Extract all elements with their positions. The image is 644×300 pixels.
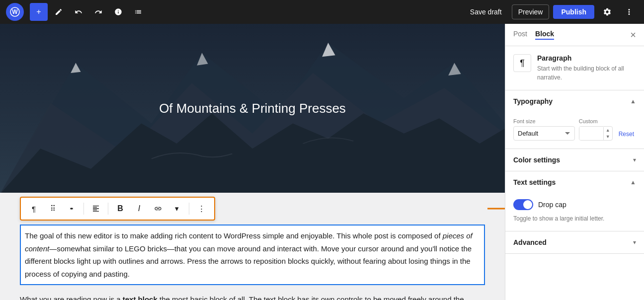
list-view-button[interactable] (129, 3, 147, 21)
toolbar-divider-3 (189, 203, 189, 215)
sidebar: Post Block × ¶ Paragraph Start with the … (505, 24, 644, 300)
toolbar-divider-1 (83, 203, 84, 215)
drop-cap-row: Drop cap (513, 199, 636, 210)
typography-title: Typography (513, 97, 553, 105)
info-button[interactable] (109, 3, 127, 21)
top-toolbar: W + Save draft Preview Publish (0, 0, 644, 24)
post-tab[interactable]: Post (513, 30, 527, 40)
typography-section-header[interactable]: Typography ▲ (505, 90, 644, 112)
custom-number-input: ▲ ▼ (579, 126, 613, 141)
toolbar-left: W + (6, 3, 147, 21)
custom-number-field[interactable] (579, 127, 603, 140)
main-layout: Of Mountains & Printing Presses ¶ ⠿ B I (0, 24, 644, 300)
align-button[interactable] (87, 200, 105, 218)
color-settings-chevron-icon: ▾ (633, 156, 636, 163)
color-settings-title: Color settings (513, 156, 560, 164)
typography-chevron-icon: ▲ (630, 98, 636, 105)
sidebar-tabs: Post Block (513, 30, 554, 40)
block-tab[interactable]: Block (535, 30, 554, 40)
more-options-button[interactable] (620, 3, 638, 21)
drop-cap-label: Drop cap (538, 201, 566, 209)
save-draft-button[interactable]: Save draft (464, 5, 508, 19)
selected-paragraph-block[interactable]: The goal of this new editor is to make a… (20, 225, 485, 285)
block-name: Paragraph (537, 54, 636, 62)
font-size-group: Font size Default (513, 118, 575, 141)
advanced-section-header[interactable]: Advanced ▾ (505, 231, 644, 253)
text-settings-chevron-icon: ▲ (630, 179, 636, 186)
redo-button[interactable] (89, 3, 107, 21)
color-settings-section: Color settings ▾ (505, 149, 644, 171)
hero-image-block[interactable]: Of Mountains & Printing Presses (0, 24, 505, 193)
text-settings-header[interactable]: Text settings ▲ (505, 171, 644, 193)
undo-button[interactable] (70, 3, 87, 21)
font-size-row: Font size Default Custom ▲ ▼ (513, 118, 636, 141)
drag-handle-button[interactable]: ⠿ (44, 200, 62, 218)
block-info-text: Paragraph Start with the building block … (537, 54, 636, 82)
custom-number-spinners: ▲ ▼ (603, 127, 612, 140)
move-up-down-button[interactable] (63, 200, 80, 218)
font-size-label: Font size (513, 118, 575, 124)
svg-text:W: W (12, 8, 18, 15)
text-settings-content: Drop cap Toggle to show a large initial … (505, 193, 644, 231)
edit-button[interactable] (50, 3, 68, 21)
link-button[interactable] (149, 200, 167, 218)
bold-button[interactable]: B (111, 200, 129, 218)
more-rich-text-button[interactable]: ▾ (168, 200, 186, 218)
wp-logo[interactable]: W (6, 3, 24, 21)
typography-section: Typography ▲ Font size Default Custom (505, 90, 644, 149)
reset-button[interactable]: Reset (617, 128, 636, 141)
arrow-indicator (485, 201, 505, 216)
color-settings-header[interactable]: Color settings ▾ (505, 149, 644, 171)
advanced-section: Advanced ▾ (505, 231, 644, 254)
paragraph-text: The goal of this new editor is to make a… (25, 231, 473, 278)
block-toolbar: ¶ ⠿ B I ▾ ⋮ (20, 197, 215, 221)
block-toolbar-container: ¶ ⠿ B I ▾ ⋮ (0, 197, 505, 221)
sidebar-close-button[interactable]: × (630, 30, 636, 40)
custom-label: Custom (579, 118, 613, 124)
hero-title: Of Mountains & Printing Presses (159, 101, 346, 116)
italic-button[interactable]: I (130, 200, 148, 218)
font-size-select[interactable]: Default (513, 126, 575, 141)
editor-area[interactable]: Of Mountains & Printing Presses ¶ ⠿ B I (0, 24, 505, 300)
paragraph-type-button[interactable]: ¶ (25, 200, 43, 218)
spinner-down-button[interactable]: ▼ (604, 134, 612, 140)
regular-paragraph-block[interactable]: What you are reading now is a text block… (20, 293, 485, 300)
typography-content: Font size Default Custom ▲ ▼ (505, 112, 644, 149)
drop-cap-toggle[interactable] (513, 199, 533, 210)
spinner-up-button[interactable]: ▲ (604, 127, 612, 134)
block-options-button[interactable]: ⋮ (192, 200, 210, 218)
block-info: ¶ Paragraph Start with the building bloc… (505, 46, 644, 90)
toolbar-divider-2 (108, 203, 108, 215)
toolbar-right: Save draft Preview Publish (464, 3, 638, 21)
text-settings-title: Text settings (513, 178, 556, 186)
custom-group: Custom ▲ ▼ (579, 118, 613, 141)
preview-button[interactable]: Preview (512, 4, 550, 19)
text-settings-section: Text settings ▲ Drop cap Toggle to show … (505, 171, 644, 231)
advanced-chevron-icon: ▾ (633, 239, 636, 246)
settings-gear-button[interactable] (598, 3, 616, 21)
publish-button[interactable]: Publish (553, 5, 594, 19)
block-description: Start with the building block of all nar… (537, 64, 636, 82)
add-block-button[interactable]: + (30, 3, 48, 21)
sidebar-header: Post Block × (505, 24, 644, 46)
advanced-title: Advanced (513, 238, 547, 246)
paragraph-block-icon: ¶ (513, 54, 531, 72)
drop-cap-description: Toggle to show a large initial letter. (513, 214, 636, 223)
